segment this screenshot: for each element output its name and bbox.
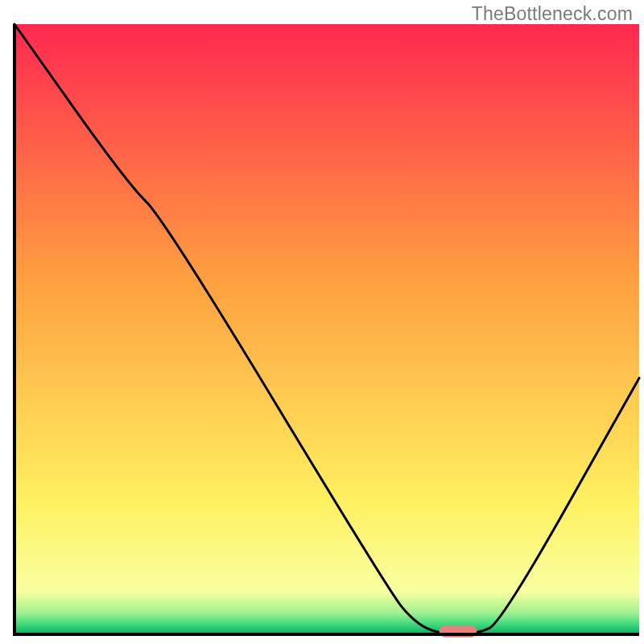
watermark-text: TheBottleneck.com: [472, 3, 633, 25]
chart-container: TheBottleneck.com: [0, 0, 644, 644]
plot-area: [14, 24, 639, 638]
bottleneck-curve-chart: [0, 0, 644, 644]
